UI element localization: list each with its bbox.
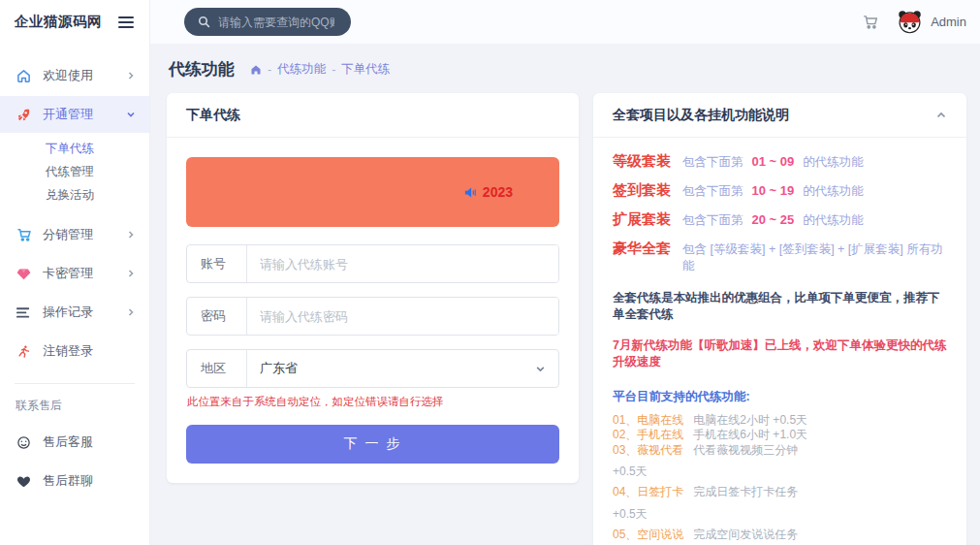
sidebar-item-distribution[interactable]: 分销管理 [0,216,149,253]
function-item-suffix: +0.5天 [613,464,947,480]
sidebar-menu: 欢迎使用 开通管理 下单代练 代练管理 兑换活动 [0,44,149,501]
breadcrumb: - 代练功能 - 下单代练 [250,61,390,78]
sidebar-item-label: 分销管理 [43,226,115,243]
chevron-down-icon [126,110,136,119]
rocket-icon [16,107,32,123]
brand-logo: 企业猫源码网 [15,13,102,31]
chevron-down-icon [535,350,558,387]
app-window: 企业猫源码网 欢迎使用 开通管理 [0,0,980,545]
list-icon [16,305,32,321]
sidebar-item-label: 卡密管理 [43,265,115,282]
account-field-group: 账号 [186,244,559,283]
order-card: 下单代练 2023 账号 [167,93,579,483]
topbar: Admin [150,0,980,44]
geo-location-note: 此位置来自于系统自动定位，如定位错误请自行选择 [187,395,558,409]
avatar [897,10,923,34]
gem-icon [16,266,32,282]
user-menu[interactable]: Admin [897,10,966,34]
home-icon [16,68,32,84]
sidebar-item-label: 售后客服 [43,433,136,451]
sidebar-item-label: 操作记录 [43,304,115,321]
speaker-icon [463,185,478,200]
banner-text: 2023 [483,184,513,200]
region-select[interactable]: 地区 广东省 [186,349,559,388]
search-bar[interactable] [184,8,351,36]
username: Admin [931,15,966,29]
notice-banner: 2023 [186,157,559,227]
account-label: 账号 [187,245,247,282]
sidebar: 企业猫源码网 欢迎使用 开通管理 [0,0,150,545]
function-item: 01、电脑在线电脑在线2小时 +0.5天 [613,414,947,427]
sidebar-item-activation[interactable]: 开通管理 [0,96,149,133]
function-item: 02、手机在线手机在线6小时 +1.0天 [613,429,947,441]
submenu-item-boost-manage[interactable]: 代练管理 [0,160,149,183]
sidebar-item-logout[interactable]: 注销登录 [0,333,149,369]
sidebar-item-label: 欢迎使用 [43,67,115,84]
breadcrumb-level1[interactable]: 代练功能 [277,61,326,78]
chevron-right-icon [126,307,136,317]
password-field-group: 密码 [186,297,559,336]
password-label: 密码 [187,298,247,335]
hamburger-menu-icon[interactable] [118,16,134,29]
promo-new-feature-text: 7月新代练功能【听歌加速】已上线，欢迎下单体验更快的代练升级速度 [613,337,947,370]
chevron-right-icon [126,71,136,80]
logout-runner-icon [16,343,32,360]
breadcrumb-home-icon[interactable] [250,64,262,76]
package-row-extend: 扩展套装 包含下面第 20 ~ 25 的代练功能 [613,210,947,229]
sidebar-submenu: 下单代练 代练管理 兑换活动 [0,135,149,212]
sidebar-item-label: 开通管理 [43,106,115,123]
next-step-button[interactable]: 下 一 步 [186,425,559,464]
function-item: 03、薇视代看代看薇视视频三分钟 [613,444,947,457]
chevron-right-icon [126,269,136,278]
account-input[interactable] [247,245,558,282]
collapse-chevron-up-icon[interactable] [935,110,947,121]
cart-icon[interactable] [862,14,879,30]
content-area: 代练功能 - 代练功能 - 下单代练 下单代练 [150,44,980,545]
region-label: 地区 [187,350,247,387]
package-row-deluxe: 豪华全套 包含 [等级套装] + [签到套装] + [扩展套装] 所有功能 [613,240,947,274]
sidebar-divider [15,383,135,384]
function-item-suffix: +0.5天 [613,506,947,523]
cart-icon [16,227,32,243]
heart-icon [16,473,32,490]
region-value: 广东省 [247,350,535,387]
smiley-icon [16,434,32,451]
search-input[interactable] [218,16,334,29]
functions-list-title: 平台目前支持的代练功能: [613,389,947,405]
sidebar-item-logs[interactable]: 操作记录 [0,294,149,331]
search-icon [198,16,210,28]
sidebar-item-support-group[interactable]: 售后群聊 [0,463,149,499]
order-card-title: 下单代练 [186,107,240,124]
function-item: 05、空间说说完成空间发说说任务 [613,529,947,541]
password-input[interactable] [247,298,558,335]
sidebar-item-welcome[interactable]: 欢迎使用 [0,57,149,94]
promo-combo-text: 全套代练是本站推出的优惠组合，比单项下单更便宜，推荐下单全套代练 [613,290,947,323]
function-item: 04、日签打卡完成日签卡打卡任务 [613,486,947,498]
contact-section-label: 联系售后 [0,394,149,424]
sidebar-item-cardkey[interactable]: 卡密管理 [0,255,149,292]
breadcrumb-level2[interactable]: 下单代练 [341,61,390,78]
package-row-level: 等级套装 包含下面第 01 ~ 09 的代练功能 [613,152,947,171]
sidebar-item-support-service[interactable]: 售后客服 [0,424,149,461]
submenu-item-order-boost[interactable]: 下单代练 [0,137,149,160]
package-row-signin: 签到套装 包含下面第 10 ~ 19 的代练功能 [613,181,947,200]
functions-list: 01、电脑在线电脑在线2小时 +0.5天02、手机在线手机在线6小时 +1.0天… [613,414,947,545]
info-card: 全套项目以及各挂机功能说明 等级套装 包含下面第 01 ~ 09 的代练功能 [593,93,966,545]
sidebar-item-label: 售后群聊 [43,472,136,490]
info-card-title: 全套项目以及各挂机功能说明 [613,107,789,124]
sidebar-item-label: 注销登录 [43,342,136,360]
page-title: 代练功能 [169,58,235,80]
chevron-right-icon [126,230,136,240]
submenu-item-exchange[interactable]: 兑换活动 [0,183,149,207]
